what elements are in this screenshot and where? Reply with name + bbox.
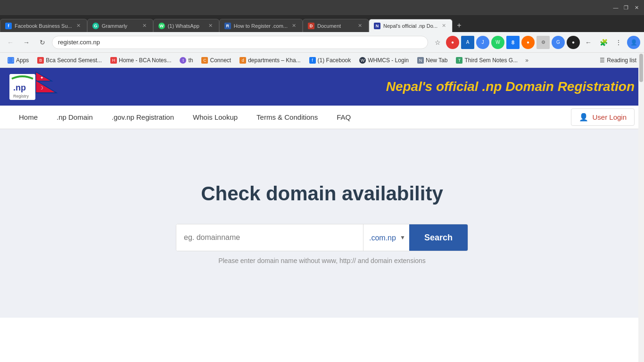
bookmark-icon-newtab: N bbox=[417, 57, 424, 64]
bookmark-label-apps: Apps bbox=[16, 57, 29, 64]
tab-np-official[interactable]: N Nepal's official .np Do... ✕ bbox=[369, 19, 453, 32]
svg-text:☽: ☽ bbox=[39, 85, 43, 90]
tab-title-facebook: Facebook Business Su... bbox=[15, 23, 72, 29]
puzzle-icon[interactable]: 🧩 bbox=[597, 36, 610, 49]
close-button[interactable]: ✕ bbox=[633, 4, 640, 11]
tab-close-document[interactable]: ✕ bbox=[356, 22, 363, 29]
domain-extension-wrapper: .com.np .org.np .net.np .edu.np .gov.np … bbox=[363, 224, 409, 251]
svg-marker-4 bbox=[35, 80, 57, 93]
forward-button[interactable]: → bbox=[20, 36, 33, 49]
domain-name-input[interactable] bbox=[176, 224, 363, 251]
bookmark-thirds[interactable]: T Third Sem Notes G... bbox=[452, 56, 521, 65]
ext-icon-3[interactable]: J bbox=[476, 36, 489, 49]
maximize-button[interactable]: ❐ bbox=[622, 4, 630, 11]
site-nav: Home .np Domain .gov.np Registration Who… bbox=[0, 106, 644, 129]
tab-whatsapp[interactable]: W (1) WhatsApp ✕ bbox=[153, 19, 219, 32]
tab-favicon-facebook: f bbox=[5, 23, 12, 29]
bookmark-label-facebook: (1) Facebook bbox=[318, 57, 351, 64]
svg-text:Registry: Registry bbox=[13, 94, 29, 99]
tab-favicon-register: R bbox=[224, 23, 231, 29]
bookmark-bca[interactable]: B Bca Second Semest... bbox=[33, 56, 106, 65]
search-button[interactable]: Search bbox=[409, 224, 468, 251]
tab-close-facebook[interactable]: ✕ bbox=[75, 22, 82, 29]
tab-favicon-whatsapp: W bbox=[158, 23, 165, 29]
bookmark-label-whmcs: WHMCS - Login bbox=[368, 57, 409, 64]
tab-document[interactable]: D Document ✕ bbox=[303, 19, 369, 32]
tab-favicon-grammarly: G bbox=[92, 23, 99, 29]
user-icon: 👤 bbox=[579, 113, 588, 122]
tab-close-grammarly[interactable]: ✕ bbox=[141, 22, 148, 29]
ext-icon-4[interactable]: W bbox=[491, 36, 504, 49]
more-bookmarks-button[interactable]: » bbox=[522, 56, 531, 65]
nav-item-whois[interactable]: Whois Lookup bbox=[183, 106, 247, 129]
bookmark-label-departments: departments – Kha... bbox=[248, 57, 300, 64]
reading-list-button[interactable]: ☰ Reading list bbox=[596, 56, 640, 65]
domain-search-form: .com.np .org.np .net.np .edu.np .gov.np … bbox=[176, 224, 468, 251]
bookmark-icon-bca: B bbox=[37, 57, 44, 64]
site-header: .np Registry ☽ ✦ N bbox=[0, 68, 644, 106]
bookmark-th[interactable]: t th bbox=[176, 56, 197, 65]
domain-search-hint: Please enter domain name without www, ht… bbox=[218, 257, 426, 264]
new-tab-button[interactable]: + bbox=[453, 19, 466, 32]
tab-favicon-document: D bbox=[308, 23, 314, 29]
tabs-bar: f Facebook Business Su... ✕ G Grammarly … bbox=[0, 15, 644, 32]
svg-text:.np: .np bbox=[13, 83, 26, 92]
tab-facebook-business[interactable]: f Facebook Business Su... ✕ bbox=[0, 19, 87, 32]
user-login-label: User Login bbox=[592, 113, 627, 121]
np-registry-logo: .np Registry bbox=[9, 74, 35, 100]
minimize-button[interactable]: — bbox=[612, 4, 619, 11]
scrollbar[interactable] bbox=[638, 53, 644, 362]
website-content: .np Registry ☽ ✦ N bbox=[0, 68, 644, 318]
tab-title-np: Nepal's official .np Do... bbox=[383, 23, 438, 29]
nav-item-terms[interactable]: Terms & Conditions bbox=[247, 106, 327, 129]
ext-icon-6[interactable]: ● bbox=[521, 36, 535, 49]
bookmark-icon-whmcs: W bbox=[359, 57, 366, 64]
nepal-flag: ☽ ✦ bbox=[35, 72, 59, 102]
bookmark-departments[interactable]: d departments – Kha... bbox=[236, 56, 304, 65]
scrollbar-thumb[interactable] bbox=[639, 54, 643, 82]
nav-item-faq[interactable]: FAQ bbox=[327, 106, 360, 129]
bookmark-label-connect: Connect bbox=[210, 57, 231, 64]
ext-icon-2[interactable]: A bbox=[461, 36, 474, 49]
user-login-button[interactable]: 👤 User Login bbox=[571, 108, 635, 126]
bookmark-icon-th: t bbox=[180, 57, 186, 64]
back-arrow-ext-icon[interactable]: ← bbox=[582, 36, 595, 49]
nav-item-np-domain[interactable]: .np Domain bbox=[47, 106, 102, 129]
bookmark-newtab[interactable]: N New Tab bbox=[413, 56, 451, 65]
reading-list-icon: ☰ bbox=[600, 57, 605, 64]
bookmark-home[interactable]: H Home - BCA Notes... bbox=[107, 56, 175, 65]
bookmark-icon-connect: C bbox=[201, 57, 208, 64]
toolbar-icons: ☆ ● A J W 8 ● ⚙ G ● ← 🧩 ⋮ 👤 bbox=[431, 36, 640, 49]
bookmark-star-icon[interactable]: ☆ bbox=[431, 36, 444, 49]
ext-icon-1[interactable]: ● bbox=[446, 36, 459, 49]
ext-icon-5[interactable]: 8 bbox=[506, 36, 520, 49]
reload-button[interactable]: ↻ bbox=[36, 36, 49, 49]
tab-title-register: How to Register .com... bbox=[234, 23, 288, 29]
profile-avatar[interactable]: 👤 bbox=[627, 36, 640, 49]
bookmark-label-thirds: Third Sem Notes G... bbox=[464, 57, 518, 64]
more-options-icon[interactable]: ⋮ bbox=[612, 36, 625, 49]
bookmark-label-th: th bbox=[188, 57, 193, 64]
tab-close-register[interactable]: ✕ bbox=[290, 22, 297, 29]
tab-close-np[interactable]: ✕ bbox=[440, 22, 447, 29]
back-button[interactable]: ← bbox=[4, 36, 17, 49]
ext-icon-7[interactable]: ⚙ bbox=[537, 36, 550, 49]
tab-close-whatsapp[interactable]: ✕ bbox=[207, 22, 214, 29]
bookmarks-bar: ⋮⋮ Apps B Bca Second Semest... H Home - … bbox=[0, 53, 644, 68]
domain-extension-select[interactable]: .com.np .org.np .net.np .edu.np .gov.np bbox=[363, 224, 409, 251]
bookmark-connect[interactable]: C Connect bbox=[198, 56, 235, 65]
tab-register[interactable]: R How to Register .com... ✕ bbox=[219, 19, 303, 32]
tab-grammarly[interactable]: G Grammarly ✕ bbox=[87, 19, 153, 32]
bookmark-label-newtab: New Tab bbox=[426, 57, 447, 64]
bookmark-facebook[interactable]: f (1) Facebook bbox=[305, 56, 355, 65]
nav-item-home[interactable]: Home bbox=[9, 106, 47, 129]
page-heading: Check domain availability bbox=[201, 182, 443, 205]
nav-items: Home .np Domain .gov.np Registration Who… bbox=[9, 106, 571, 129]
ext-icon-9[interactable]: ● bbox=[567, 36, 580, 49]
nav-item-gov-np[interactable]: .gov.np Registration bbox=[102, 106, 183, 129]
tab-favicon-np: N bbox=[374, 23, 380, 29]
ext-icon-8[interactable]: G bbox=[552, 36, 565, 49]
bookmark-apps[interactable]: ⋮⋮ Apps bbox=[4, 56, 33, 65]
bookmark-whmcs[interactable]: W WHMCS - Login bbox=[355, 56, 413, 65]
address-input[interactable]: register.com.np bbox=[52, 36, 428, 49]
